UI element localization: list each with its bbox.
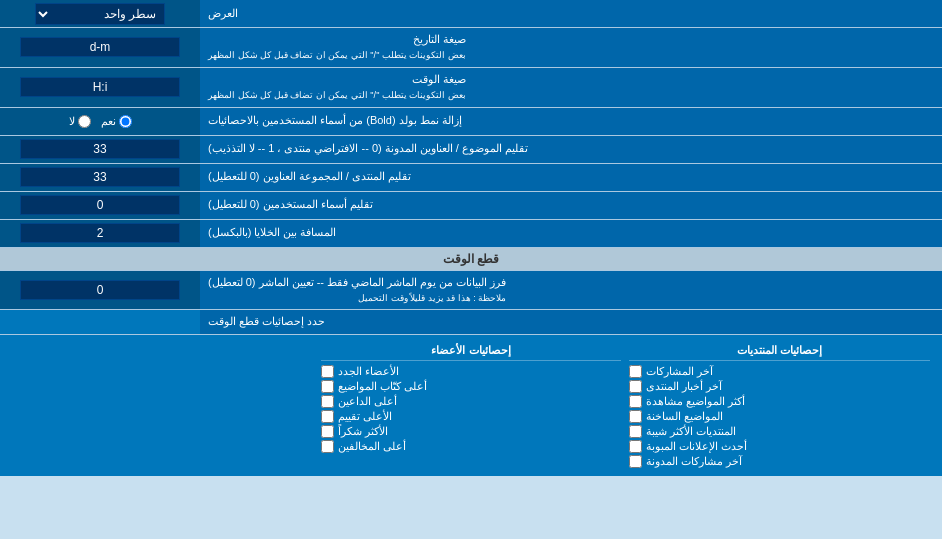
checkbox-most-viewed: أكثر المواضيع مشاهدة bbox=[629, 395, 930, 408]
checkbox-top-active-input[interactable] bbox=[321, 395, 334, 408]
bold-names-row: إزالة نمط بولد (Bold) من أسماء المستخدمي… bbox=[0, 108, 942, 136]
cutoff-days-input[interactable] bbox=[20, 280, 180, 300]
checkbox-latest-collab: آخر مشاركات المدونة bbox=[629, 455, 930, 468]
user-names-input-cell bbox=[0, 192, 200, 219]
checkbox-latest-news: آخر أخبار المنتدى bbox=[629, 380, 930, 393]
forum-address-input-cell bbox=[0, 164, 200, 191]
bold-yes-label[interactable]: نعم bbox=[101, 115, 132, 128]
checkbox-latest-posts-input[interactable] bbox=[629, 365, 642, 378]
checkbox-most-similar: المنتديات الأكثر شيبة bbox=[629, 425, 930, 438]
topic-address-label: تقليم الموضوع / العناوين المدونة (0 -- ا… bbox=[200, 136, 942, 163]
cell-spacing-input-cell bbox=[0, 220, 200, 247]
checkbox-top-rated: الأعلى تقييم bbox=[321, 410, 622, 423]
checkbox-top-moderators: أعلى المخالفين bbox=[321, 440, 622, 453]
display-mode-input-cell: سطر واحدمتعدد الأسطر bbox=[0, 0, 200, 27]
checkbox-most-viewed-input[interactable] bbox=[629, 395, 642, 408]
time-format-row: صيغة الوقتبعض التكوينات يتطلب "/" التي ي… bbox=[0, 68, 942, 108]
time-format-label: صيغة الوقتبعض التكوينات يتطلب "/" التي ي… bbox=[200, 68, 942, 107]
checkbox-most-thanked: الأكثر شكراً bbox=[321, 425, 622, 438]
time-format-input-cell bbox=[0, 68, 200, 107]
display-mode-row: العرض سطر واحدمتعدد الأسطر bbox=[0, 0, 942, 28]
col2-header: إحصائيات الأعضاء bbox=[321, 341, 622, 361]
col1-header: إحصائيات المنتديات bbox=[629, 341, 930, 361]
cutoff-days-row: فرز البيانات من يوم الماشر الماضي فقط --… bbox=[0, 271, 942, 311]
checkbox-col1: إحصائيات المنتديات آخر المشاركات آخر أخب… bbox=[625, 339, 934, 472]
bold-names-label: إزالة نمط بولد (Bold) من أسماء المستخدمي… bbox=[200, 108, 942, 135]
bold-yes-radio[interactable] bbox=[119, 115, 132, 128]
limit-label: حدد إحصائيات قطع الوقت bbox=[200, 310, 942, 333]
topic-address-input-cell bbox=[0, 136, 200, 163]
bold-names-input-cell: نعم لا bbox=[0, 108, 200, 135]
checkbox-new-members: الأعضاء الجدد bbox=[321, 365, 622, 378]
topic-address-row: تقليم الموضوع / العناوين المدونة (0 -- ا… bbox=[0, 136, 942, 164]
checkbox-latest-topics-input[interactable] bbox=[629, 410, 642, 423]
cutoff-section-header: قطع الوقت bbox=[0, 248, 942, 271]
checkbox-top-rated-input[interactable] bbox=[321, 410, 334, 423]
checkbox-top-posters: أعلى كتّاب المواضيع bbox=[321, 380, 622, 393]
date-format-input[interactable] bbox=[20, 37, 180, 57]
display-mode-select[interactable]: سطر واحدمتعدد الأسطر bbox=[35, 3, 165, 25]
checkboxes-section: إحصائيات المنتديات آخر المشاركات آخر أخب… bbox=[0, 335, 942, 476]
bold-no-label[interactable]: لا bbox=[69, 115, 91, 128]
checkbox-latest-collab-input[interactable] bbox=[629, 455, 642, 468]
checkbox-latest-ads: أحدث الإعلانات المبوبة bbox=[629, 440, 930, 453]
checkbox-latest-ads-input[interactable] bbox=[629, 440, 642, 453]
checkbox-col3 bbox=[8, 339, 317, 472]
user-names-label: تقليم أسماء المستخدمين (0 للتعطيل) bbox=[200, 192, 942, 219]
cutoff-days-input-cell bbox=[0, 271, 200, 310]
date-format-label: صيغة التاريخبعض التكوينات يتطلب "/" التي… bbox=[200, 28, 942, 67]
display-mode-label: العرض bbox=[200, 0, 942, 27]
checkbox-latest-topics: المواضيع الساخنة bbox=[629, 410, 930, 423]
topic-address-input[interactable] bbox=[20, 139, 180, 159]
forum-address-label: تقليم المنتدى / المجموعة العناوين (0 للت… bbox=[200, 164, 942, 191]
checkbox-top-posters-input[interactable] bbox=[321, 380, 334, 393]
checkbox-col2: إحصائيات الأعضاء الأعضاء الجدد أعلى كتّا… bbox=[317, 339, 626, 472]
date-format-row: صيغة التاريخبعض التكوينات يتطلب "/" التي… bbox=[0, 28, 942, 68]
cell-spacing-input[interactable] bbox=[20, 223, 180, 243]
checkboxes-container: إحصائيات المنتديات آخر المشاركات آخر أخب… bbox=[0, 339, 942, 472]
bold-no-radio[interactable] bbox=[78, 115, 91, 128]
checkbox-latest-posts: آخر المشاركات bbox=[629, 365, 930, 378]
limit-row: حدد إحصائيات قطع الوقت bbox=[0, 310, 942, 334]
forum-address-row: تقليم المنتدى / المجموعة العناوين (0 للت… bbox=[0, 164, 942, 192]
checkbox-new-members-input[interactable] bbox=[321, 365, 334, 378]
user-names-input[interactable] bbox=[20, 195, 180, 215]
user-names-row: تقليم أسماء المستخدمين (0 للتعطيل) bbox=[0, 192, 942, 220]
cutoff-days-label: فرز البيانات من يوم الماشر الماضي فقط --… bbox=[200, 271, 942, 310]
time-format-input[interactable] bbox=[20, 77, 180, 97]
date-format-input-cell bbox=[0, 28, 200, 67]
checkbox-most-similar-input[interactable] bbox=[629, 425, 642, 438]
limit-input-cell bbox=[0, 310, 200, 333]
checkbox-most-thanked-input[interactable] bbox=[321, 425, 334, 438]
checkbox-top-moderators-input[interactable] bbox=[321, 440, 334, 453]
checkbox-top-active: أعلى الداعين bbox=[321, 395, 622, 408]
bold-names-radio-group: نعم لا bbox=[61, 111, 140, 132]
forum-address-input[interactable] bbox=[20, 167, 180, 187]
checkbox-latest-news-input[interactable] bbox=[629, 380, 642, 393]
cell-spacing-row: المسافة بين الخلايا (بالبكسل) bbox=[0, 220, 942, 248]
cell-spacing-label: المسافة بين الخلايا (بالبكسل) bbox=[200, 220, 942, 247]
